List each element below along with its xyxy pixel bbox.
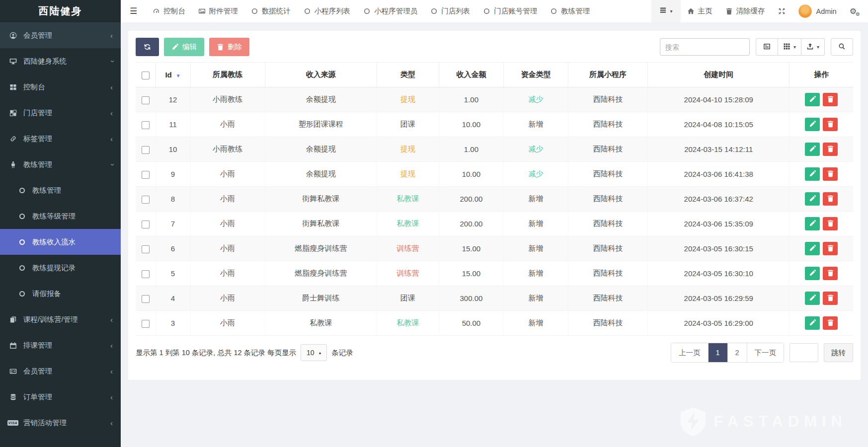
cell-amount: 15.00 bbox=[439, 261, 503, 286]
row-checkbox[interactable] bbox=[142, 295, 150, 303]
brand-logo[interactable]: 西陆健身 bbox=[0, 0, 121, 22]
detail-view-button[interactable] bbox=[756, 38, 778, 56]
row-delete-button[interactable] bbox=[823, 242, 838, 255]
sidebar-item-10[interactable]: 订单管理‹ bbox=[0, 384, 121, 410]
sidebar-item-5[interactable]: 标签管理‹ bbox=[0, 126, 121, 151]
sidebar-item-8[interactable]: 排课管理‹ bbox=[0, 332, 121, 358]
topnav-item-6[interactable]: 门店列表 bbox=[424, 0, 476, 22]
sidebar-subitem-label: 请假报备 bbox=[32, 289, 61, 298]
jump-page-input[interactable] bbox=[789, 343, 818, 362]
sidebar-item-6[interactable]: 教练管理‹ bbox=[0, 151, 121, 177]
caret-down-icon: ▾ bbox=[817, 44, 819, 50]
next-page-button[interactable]: 下一页 bbox=[747, 343, 784, 362]
cell-created: 2024-03-06 16:37:42 bbox=[648, 187, 789, 212]
row-edit-button[interactable] bbox=[805, 143, 820, 156]
row-checkbox[interactable] bbox=[142, 221, 150, 228]
edit-button[interactable]: 编辑 bbox=[164, 38, 204, 56]
sidebar-subitem-1[interactable]: 教练管理 bbox=[0, 177, 121, 203]
row-delete-button[interactable] bbox=[823, 192, 838, 206]
sidebar-item-1[interactable]: 会员管理‹ bbox=[0, 22, 121, 48]
sidebar-subitem-label: 教练提现记录 bbox=[32, 263, 76, 273]
sidebar-subitem-2[interactable]: 教练等级管理 bbox=[0, 203, 121, 229]
columns-button[interactable]: ▾ bbox=[778, 38, 801, 56]
row-edit-button[interactable] bbox=[805, 93, 820, 106]
home-button[interactable]: 主页 bbox=[681, 0, 719, 22]
th-large-icon bbox=[8, 83, 18, 91]
home-icon bbox=[687, 7, 695, 15]
topnav-item-7[interactable]: 门店账号管理 bbox=[476, 0, 544, 22]
search-input[interactable] bbox=[660, 38, 750, 56]
row-delete-button[interactable] bbox=[823, 292, 838, 305]
row-delete-button[interactable] bbox=[823, 93, 838, 106]
export-button[interactable]: ▾ bbox=[801, 38, 825, 56]
row-checkbox[interactable] bbox=[142, 270, 150, 278]
search-button[interactable] bbox=[831, 38, 853, 56]
clear-cache-label: 清除缓存 bbox=[736, 6, 765, 16]
row-edit-button[interactable] bbox=[805, 292, 820, 305]
fastadmin-watermark: FASTADMIN bbox=[680, 407, 847, 436]
page-button-2[interactable]: 2 bbox=[727, 343, 747, 362]
cell-app: 西陆科技 bbox=[568, 236, 648, 261]
row-checkbox[interactable] bbox=[142, 146, 150, 154]
cell-created: 2024-03-06 16:41:38 bbox=[648, 162, 789, 187]
sort-desc-icon[interactable]: ▼ bbox=[176, 73, 181, 78]
image-icon bbox=[198, 7, 206, 15]
row-edit-button[interactable] bbox=[805, 267, 820, 280]
cell-fund-type: 新增 bbox=[503, 236, 568, 261]
row-edit-button[interactable] bbox=[805, 316, 820, 330]
row-delete-button[interactable] bbox=[823, 118, 838, 131]
row-checkbox[interactable] bbox=[142, 245, 150, 253]
page-button-1[interactable]: 1 bbox=[708, 343, 727, 362]
cell-amount: 200.00 bbox=[439, 187, 503, 212]
row-checkbox[interactable] bbox=[142, 196, 150, 204]
cell-type: 提现 bbox=[377, 162, 439, 187]
delete-button[interactable]: 删除 bbox=[209, 38, 249, 56]
sidebar-subitem-label: 教练管理 bbox=[32, 186, 61, 195]
cell-coach: 小雨 bbox=[190, 311, 265, 336]
sidebar-item-9[interactable]: 会员管理‹ bbox=[0, 358, 121, 384]
sidebar-toggle-icon[interactable]: ☰ bbox=[121, 6, 146, 16]
select-all-checkbox[interactable] bbox=[142, 72, 150, 79]
refresh-button[interactable] bbox=[136, 38, 159, 56]
sidebar-item-4[interactable]: 门店管理‹ bbox=[0, 100, 121, 126]
topnav-item-3[interactable]: 数据统计 bbox=[244, 0, 297, 22]
row-checkbox[interactable] bbox=[142, 320, 150, 328]
user-menu[interactable]: Admin bbox=[792, 0, 843, 22]
row-edit-button[interactable] bbox=[805, 242, 820, 255]
avatar bbox=[798, 4, 812, 18]
clear-cache-button[interactable]: 清除缓存 bbox=[719, 0, 772, 22]
row-edit-button[interactable] bbox=[805, 167, 820, 181]
sidebar-subitem-4[interactable]: 教练提现记录 bbox=[0, 255, 121, 281]
sidebar-item-11[interactable]: VISA营销活动管理‹ bbox=[0, 410, 121, 436]
topnav-item-5[interactable]: 小程序管理员 bbox=[357, 0, 424, 22]
menu-dropdown-button[interactable]: ▾ bbox=[651, 0, 681, 22]
row-checkbox[interactable] bbox=[142, 171, 150, 179]
fullscreen-button[interactable] bbox=[772, 0, 792, 22]
jump-button[interactable]: 跳转 bbox=[824, 343, 853, 362]
row-delete-button[interactable] bbox=[823, 217, 838, 230]
row-delete-button[interactable] bbox=[823, 316, 838, 330]
sidebar-item-3[interactable]: 控制台‹ bbox=[0, 74, 121, 100]
sidebar-subitem-3[interactable]: 教练收入流水 bbox=[0, 229, 121, 255]
cell-actions bbox=[789, 137, 853, 162]
prev-page-button[interactable]: 上一页 bbox=[671, 343, 708, 362]
sidebar-subitem-5[interactable]: 请假报备 bbox=[0, 281, 121, 306]
sidebar-item-2[interactable]: 西陆健身系统‹ bbox=[0, 48, 121, 74]
topnav-item-4[interactable]: 小程序列表 bbox=[297, 0, 357, 22]
chevron-left-icon: ‹ bbox=[110, 32, 113, 39]
row-edit-button[interactable] bbox=[805, 217, 820, 230]
row-delete-button[interactable] bbox=[823, 267, 838, 280]
row-delete-button[interactable] bbox=[823, 143, 838, 156]
settings-button[interactable]: ⚙⚙ bbox=[843, 0, 863, 22]
row-checkbox[interactable] bbox=[142, 96, 150, 104]
topnav-item-8[interactable]: 教练管理 bbox=[544, 0, 596, 22]
page-size-dropdown[interactable]: 10 ▴ bbox=[301, 344, 327, 361]
sidebar-item-7[interactable]: 课程/训练营/管理‹ bbox=[0, 306, 121, 332]
row-delete-button[interactable] bbox=[823, 167, 838, 181]
row-edit-button[interactable] bbox=[805, 118, 820, 131]
gears-icon: ⚙⚙ bbox=[850, 7, 857, 15]
topnav-item-1[interactable]: 控制台 bbox=[146, 0, 192, 22]
row-edit-button[interactable] bbox=[805, 192, 820, 206]
topnav-item-2[interactable]: 附件管理 bbox=[192, 0, 244, 22]
row-checkbox[interactable] bbox=[142, 121, 150, 129]
